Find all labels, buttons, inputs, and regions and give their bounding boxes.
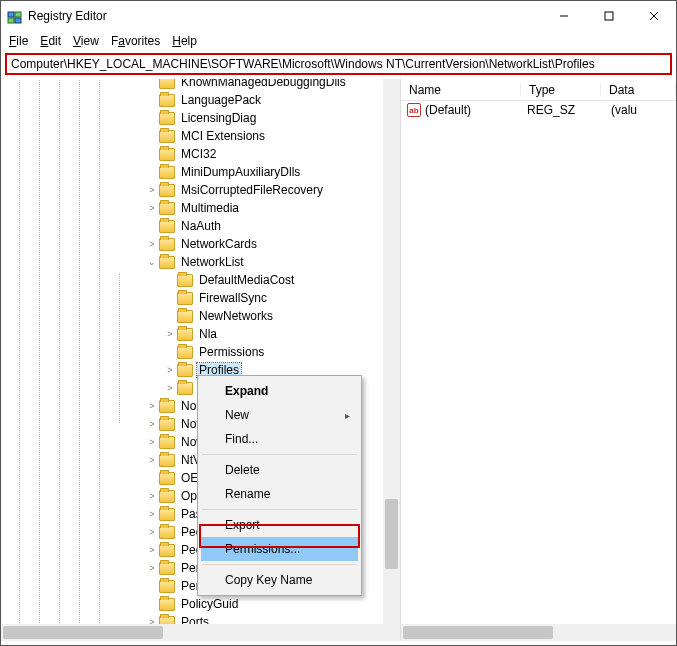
folder-icon [159, 400, 175, 413]
menu-help[interactable]: Help [172, 34, 197, 48]
folder-icon [159, 202, 175, 215]
tree-item[interactable]: MCI Extensions [1, 127, 400, 145]
chevron-right-icon[interactable]: > [145, 455, 159, 465]
folder-icon [159, 256, 175, 269]
tree-item-label: MCI32 [179, 147, 218, 161]
string-value-icon: ab [407, 103, 421, 117]
svg-rect-2 [8, 18, 14, 23]
address-text: Computer\HKEY_LOCAL_MACHINE\SOFTWARE\Mic… [11, 57, 595, 71]
chevron-right-icon[interactable]: > [145, 203, 159, 213]
chevron-right-icon[interactable]: > [145, 437, 159, 447]
folder-icon [177, 382, 193, 395]
context-menu: Expand New Find... Delete Rename Export … [197, 375, 362, 596]
tree-item-label: Nla [197, 327, 219, 341]
chevron-right-icon[interactable]: > [145, 239, 159, 249]
app-icon [7, 8, 23, 24]
tree-item[interactable]: Permissions [1, 343, 400, 361]
svg-rect-5 [605, 12, 613, 20]
folder-icon [159, 79, 175, 89]
tree-item-label: MCI Extensions [179, 129, 267, 143]
tree-item[interactable]: ⌄NetworkList [1, 253, 400, 271]
header-data[interactable]: Data [601, 83, 676, 97]
chevron-right-icon[interactable]: > [145, 509, 159, 519]
minimize-button[interactable] [541, 1, 586, 31]
list-row[interactable]: ab (Default) REG_SZ (valu [401, 101, 676, 119]
header-type[interactable]: Type [521, 83, 601, 97]
close-button[interactable] [631, 1, 676, 31]
tree-item-label: LanguagePack [179, 93, 263, 107]
tree-item[interactable]: DefaultMediaCost [1, 271, 400, 289]
tree-item-label: NetworkCards [179, 237, 259, 251]
folder-icon [159, 580, 175, 593]
header-name[interactable]: Name [401, 83, 521, 97]
ctx-expand[interactable]: Expand [201, 379, 358, 403]
tree-item[interactable]: LanguagePack [1, 91, 400, 109]
scrollbar-thumb[interactable] [403, 626, 553, 639]
ctx-delete[interactable]: Delete [201, 458, 358, 482]
tree-item-label: Multimedia [179, 201, 241, 215]
tree-vertical-scrollbar[interactable] [383, 79, 400, 624]
scrollbar-thumb[interactable] [385, 499, 398, 569]
tree-item-label: Permissions [197, 345, 266, 359]
folder-icon [159, 526, 175, 539]
chevron-right-icon[interactable]: > [163, 329, 177, 339]
tree-item[interactable]: LicensingDiag [1, 109, 400, 127]
tree-item-label: DefaultMediaCost [197, 273, 296, 287]
chevron-right-icon[interactable]: > [145, 401, 159, 411]
ctx-permissions[interactable]: Permissions... [201, 537, 358, 561]
titlebar[interactable]: Registry Editor [1, 1, 676, 31]
folder-icon [159, 148, 175, 161]
tree-item[interactable]: MCI32 [1, 145, 400, 163]
tree-item[interactable]: >NetworkCards [1, 235, 400, 253]
chevron-right-icon[interactable]: > [145, 527, 159, 537]
ctx-copy-key-name[interactable]: Copy Key Name [201, 568, 358, 592]
folder-icon [159, 112, 175, 125]
folder-icon [159, 490, 175, 503]
address-bar[interactable]: Computer\HKEY_LOCAL_MACHINE\SOFTWARE\Mic… [5, 53, 672, 75]
folder-icon [159, 184, 175, 197]
chevron-right-icon[interactable]: > [163, 383, 177, 393]
maximize-button[interactable] [586, 1, 631, 31]
tree-item[interactable]: MiniDumpAuxiliaryDlls [1, 163, 400, 181]
tree-item[interactable]: KnownManagedDebuggingDlls [1, 79, 400, 91]
chevron-right-icon[interactable]: > [145, 563, 159, 573]
ctx-export[interactable]: Export [201, 513, 358, 537]
tree-item-label: MsiCorruptedFileRecovery [179, 183, 325, 197]
list-header[interactable]: Name Type Data [401, 79, 676, 101]
tree-item[interactable]: NaAuth [1, 217, 400, 235]
tree-horizontal-scrollbar[interactable] [1, 624, 400, 641]
svg-rect-1 [15, 12, 21, 17]
menu-edit[interactable]: Edit [40, 34, 61, 48]
tree-item-label: NaAuth [179, 219, 223, 233]
ctx-separator [202, 509, 357, 510]
ctx-find[interactable]: Find... [201, 427, 358, 451]
folder-icon [159, 598, 175, 611]
menu-view[interactable]: View [73, 34, 99, 48]
chevron-right-icon[interactable]: > [145, 491, 159, 501]
tree-item[interactable]: >Nla [1, 325, 400, 343]
folder-icon [177, 328, 193, 341]
chevron-right-icon[interactable]: > [145, 185, 159, 195]
tree-item-label: MiniDumpAuxiliaryDlls [179, 165, 302, 179]
tree-item[interactable]: PolicyGuid [1, 595, 400, 613]
tree-item[interactable]: NewNetworks [1, 307, 400, 325]
tree-item[interactable]: >MsiCorruptedFileRecovery [1, 181, 400, 199]
list-pane[interactable]: Name Type Data ab (Default) REG_SZ (valu [401, 79, 676, 641]
tree-item[interactable]: FirewallSync [1, 289, 400, 307]
ctx-rename[interactable]: Rename [201, 482, 358, 506]
ctx-new[interactable]: New [201, 403, 358, 427]
chevron-right-icon[interactable]: > [145, 419, 159, 429]
folder-icon [177, 364, 193, 377]
chevron-right-icon[interactable]: > [145, 545, 159, 555]
folder-icon [177, 292, 193, 305]
tree-item[interactable]: >Multimedia [1, 199, 400, 217]
folder-icon [159, 166, 175, 179]
chevron-down-icon[interactable]: ⌄ [145, 257, 159, 267]
folder-icon [159, 508, 175, 521]
chevron-right-icon[interactable]: > [163, 365, 177, 375]
list-horizontal-scrollbar[interactable] [401, 624, 676, 641]
tree-item-label: FirewallSync [197, 291, 269, 305]
scrollbar-thumb[interactable] [3, 626, 163, 639]
menu-favorites[interactable]: Favorites [111, 34, 160, 48]
menu-file[interactable]: File [9, 34, 28, 48]
